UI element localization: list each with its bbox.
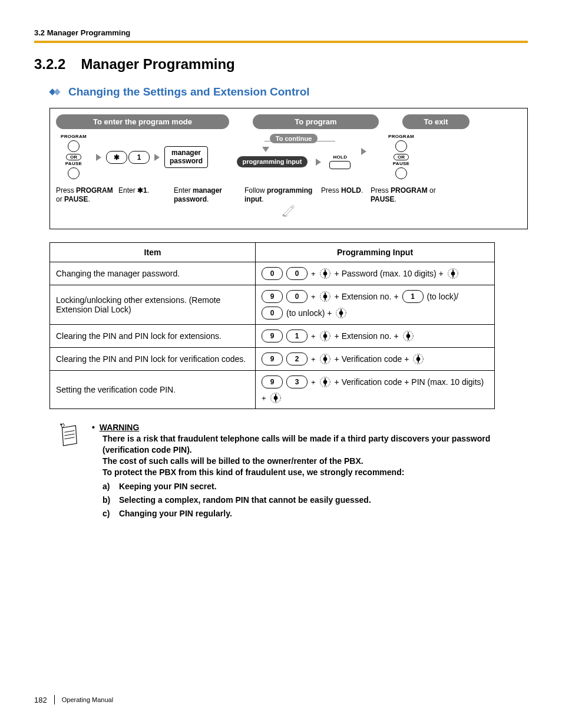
or-label: OR xyxy=(66,154,81,160)
svg-rect-27 xyxy=(418,361,419,363)
warning-p3: To protect the PBX from this kind of fra… xyxy=(103,467,404,477)
input-cell: 92++ Verification code + xyxy=(256,348,495,371)
svg-rect-33 xyxy=(275,400,276,402)
svg-rect-1 xyxy=(54,88,60,95)
enter-icon xyxy=(447,268,459,279)
warning-p2: The cost of such calls will be billed to… xyxy=(103,456,363,466)
enter-icon xyxy=(335,307,347,319)
arrow-icon xyxy=(154,154,160,161)
enter-icon xyxy=(270,392,282,404)
pause-button-icon xyxy=(68,167,80,179)
svg-rect-8 xyxy=(452,269,454,272)
input-cell: 91++ Extension no. + xyxy=(256,325,495,348)
pencil-icon xyxy=(281,202,296,217)
svg-rect-23 xyxy=(325,355,326,357)
svg-rect-18 xyxy=(325,338,326,340)
table-row: Clearing the PIN and PIN lock for verifi… xyxy=(50,348,495,371)
caption-enter-star1: Enter ✱1. xyxy=(118,186,174,204)
warning-block: • WARNING There is a risk that fraudulen… xyxy=(58,422,528,519)
bullet: • xyxy=(92,423,95,432)
star-key-icon: ✱ xyxy=(106,151,127,164)
one-key-icon: 1 xyxy=(128,151,150,164)
caption-press-hold: Press HOLD. xyxy=(321,186,371,204)
program-button-icon xyxy=(395,140,407,152)
enter-icon xyxy=(319,330,331,342)
section-title: 3.2.2Manager Programming xyxy=(34,56,528,73)
flow-header-enter: To enter the program mode xyxy=(56,114,229,129)
warning-heading: WARNING xyxy=(100,423,140,432)
input-cell: 93++ Verification code + PIN (max. 10 di… xyxy=(256,371,495,409)
digit-key-icon: 9 xyxy=(262,290,283,303)
program-label: PROGRAM xyxy=(388,134,414,139)
enter-icon xyxy=(319,268,331,279)
svg-rect-17 xyxy=(325,332,326,334)
section-name: Manager Programming xyxy=(81,56,234,72)
svg-point-37 xyxy=(60,424,62,426)
svg-line-34 xyxy=(64,430,74,432)
digit-key-icon: 1 xyxy=(402,290,424,303)
pause-button-icon xyxy=(395,167,407,179)
svg-rect-29 xyxy=(325,378,326,380)
svg-rect-12 xyxy=(325,298,326,301)
item-cell: Clearing the PIN and PIN lock for verifi… xyxy=(50,348,256,371)
svg-rect-26 xyxy=(418,355,419,357)
table-row: Changing the manager password.00++ Passw… xyxy=(50,262,495,285)
svg-rect-5 xyxy=(325,269,326,272)
doc-title: Operating Manual xyxy=(62,696,113,703)
svg-rect-9 xyxy=(452,275,454,278)
digit-key-icon: 0 xyxy=(286,267,308,280)
notepad-icon xyxy=(58,422,80,449)
arrow-icon xyxy=(361,148,366,155)
table-row: Setting the verification code PIN.93++ V… xyxy=(50,371,495,409)
svg-rect-14 xyxy=(341,309,342,311)
warning-item: c) Changing your PIN regularly. xyxy=(103,508,528,519)
svg-rect-32 xyxy=(275,394,276,396)
enter-icon xyxy=(319,353,331,365)
item-cell: Changing the manager password. xyxy=(50,262,256,285)
item-cell: Clearing the PIN and PIN lock for extens… xyxy=(50,325,256,348)
svg-rect-11 xyxy=(325,292,326,295)
col-item: Item xyxy=(50,243,256,262)
digit-key-icon: 0 xyxy=(262,307,283,319)
prog-input-text: programming input xyxy=(243,158,302,165)
digit-key-icon: 0 xyxy=(286,290,308,303)
svg-rect-30 xyxy=(325,384,326,386)
input-cell: 90++ Extension no. +1(to lock)/0(to unlo… xyxy=(256,285,495,325)
pause-label: PAUSE xyxy=(65,161,82,166)
digit-key-icon: 1 xyxy=(286,330,308,342)
manager-password-box: manager password xyxy=(164,146,208,167)
hold-key-icon xyxy=(329,161,351,169)
caption-enter-mgr-pw: Enter manager password. xyxy=(174,186,244,204)
item-cell: Setting the verification code PIN. xyxy=(50,371,256,409)
subsection-title: Changing the Settings and Extension Cont… xyxy=(68,85,310,98)
svg-line-35 xyxy=(64,434,74,436)
arrow-down-icon xyxy=(262,147,269,152)
digit-key-icon: 0 xyxy=(262,267,283,280)
digit-key-icon: 2 xyxy=(286,353,308,365)
diamond-bullet-icon xyxy=(49,88,62,96)
svg-rect-6 xyxy=(325,275,326,278)
or-label: OR xyxy=(394,154,409,160)
to-continue-label: To continue xyxy=(270,134,318,143)
mgr-pw-line1: manager xyxy=(171,149,201,157)
header-rule xyxy=(34,41,528,43)
flow-header-exit: To exit xyxy=(402,114,470,129)
warning-item: b) Selecting a complex, random PIN that … xyxy=(103,495,528,506)
table-row: Clearing the PIN and PIN lock for extens… xyxy=(50,325,495,348)
footer-divider xyxy=(54,695,55,704)
enter-icon xyxy=(319,376,331,388)
arrow-icon xyxy=(96,154,101,161)
arrow-icon xyxy=(316,159,321,166)
input-cell: 00++ Password (max. 10 digits) + xyxy=(256,262,495,285)
svg-rect-20 xyxy=(408,332,409,334)
programming-input-pill: programming input xyxy=(237,156,308,168)
page-footer: 182 Operating Manual xyxy=(34,695,113,704)
programming-table: Item Programming Input Changing the mana… xyxy=(49,242,495,409)
digit-key-icon: 9 xyxy=(262,375,283,388)
flow-diagram: To enter the program mode To program To … xyxy=(49,108,528,229)
caption-press-program: Press PROGRAM or PAUSE. xyxy=(56,186,118,204)
enter-icon xyxy=(319,291,331,302)
page-number: 182 xyxy=(34,696,47,704)
svg-rect-21 xyxy=(408,338,409,340)
program-button-icon xyxy=(68,140,80,152)
